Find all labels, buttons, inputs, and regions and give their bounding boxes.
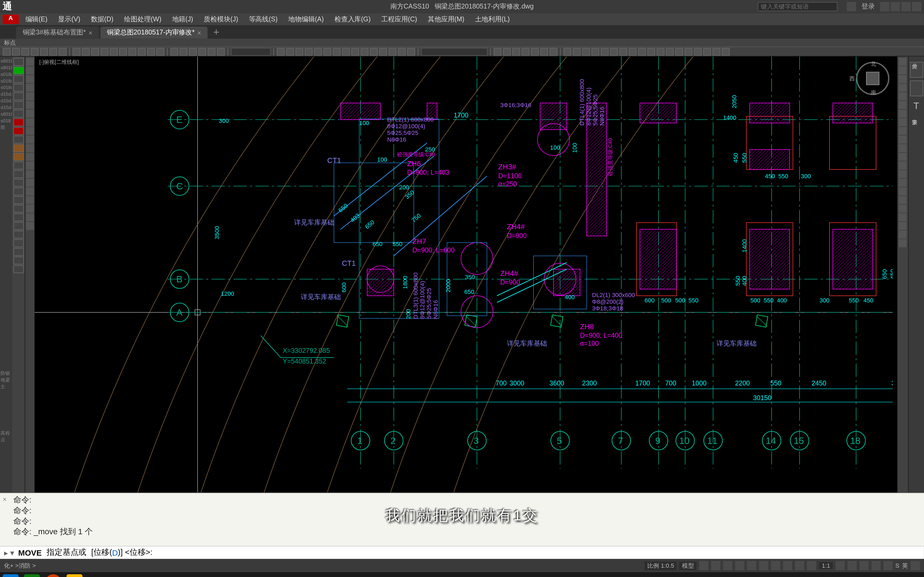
status-icon[interactable] — [783, 561, 793, 570]
menu-engineering[interactable]: 工程应用(C) — [376, 15, 422, 24]
tool-icon[interactable] — [628, 48, 636, 56]
acad-menu-icon[interactable]: A — [3, 15, 19, 24]
taskbar-record-icon[interactable] — [45, 574, 61, 577]
menu-edit[interactable]: 编辑(E) — [20, 15, 53, 24]
tool-icon[interactable] — [398, 48, 406, 56]
palette-sample[interactable] — [910, 81, 924, 97]
tool-icon[interactable] — [170, 48, 178, 56]
taskbar-word-icon[interactable] — [3, 574, 19, 577]
palette-item[interactable] — [13, 75, 24, 83]
draw-tool-icon[interactable] — [26, 110, 34, 118]
tool-icon[interactable] — [21, 48, 29, 56]
tool-icon[interactable] — [207, 48, 215, 56]
tool-icon[interactable] — [157, 48, 165, 56]
tool-icon[interactable] — [563, 48, 571, 56]
tab-close-icon[interactable]: × — [197, 29, 201, 36]
draw-tool-icon[interactable] — [26, 187, 34, 195]
modify-tool-icon[interactable] — [898, 205, 906, 213]
tool-icon[interactable] — [91, 48, 99, 56]
tool-icon[interactable] — [582, 48, 590, 56]
tool-icon[interactable] — [333, 48, 341, 56]
status-icon[interactable] — [807, 561, 817, 570]
modify-tool-icon[interactable] — [898, 162, 906, 169]
tool-icon[interactable] — [323, 48, 331, 56]
tool-icon[interactable] — [180, 48, 188, 56]
draw-tool-icon[interactable] — [26, 92, 34, 100]
palette-item[interactable] — [13, 230, 24, 239]
palette-item[interactable] — [13, 205, 24, 213]
palette-item[interactable] — [13, 248, 24, 256]
palette-item[interactable] — [13, 84, 24, 92]
minimize-icon[interactable] — [890, 2, 900, 11]
modify-tool-icon[interactable] — [898, 75, 906, 83]
palette-item[interactable] — [13, 144, 24, 152]
palette-item[interactable] — [13, 265, 24, 273]
draw-tool-icon[interactable] — [26, 153, 34, 161]
tool-icon[interactable] — [3, 48, 11, 56]
tool-icon[interactable] — [647, 48, 655, 56]
status-icon[interactable] — [848, 561, 857, 570]
status-icon[interactable] — [771, 561, 781, 570]
modify-tool-icon[interactable] — [898, 239, 906, 247]
modify-tool-icon[interactable] — [898, 118, 906, 126]
tool-icon[interactable] — [305, 48, 313, 56]
palette-item[interactable] — [13, 58, 24, 66]
draw-tool-icon[interactable] — [26, 162, 34, 169]
tool-icon[interactable] — [610, 48, 618, 56]
help-search-input[interactable] — [758, 2, 838, 11]
tool-icon[interactable] — [73, 48, 81, 56]
login-button[interactable]: 登录 — [858, 2, 879, 11]
tool-icon[interactable] — [531, 48, 539, 56]
status-icon[interactable] — [871, 561, 881, 570]
layer-name-dropdown[interactable] — [421, 48, 488, 56]
tool-icon[interactable] — [370, 48, 378, 56]
draw-tool-icon[interactable] — [26, 75, 34, 83]
tool-icon[interactable] — [82, 48, 90, 56]
palette-item[interactable] — [13, 196, 24, 204]
status-icon[interactable] — [795, 561, 804, 570]
modify-tool-icon[interactable] — [898, 84, 906, 92]
tool-icon[interactable] — [407, 48, 415, 56]
modify-tool-icon[interactable] — [898, 153, 906, 161]
modify-tool-icon[interactable] — [898, 196, 906, 204]
draw-tool-icon[interactable] — [26, 127, 34, 135]
tab-close-icon[interactable]: × — [89, 29, 92, 36]
tool-icon[interactable] — [217, 48, 225, 56]
tool-icon[interactable] — [128, 48, 136, 56]
tool-icon[interactable] — [31, 48, 39, 56]
tool-icon[interactable] — [657, 48, 665, 56]
tool-icon[interactable] — [694, 48, 702, 56]
tool-icon[interactable] — [619, 48, 627, 56]
tool-icon[interactable] — [314, 48, 322, 56]
menu-view[interactable]: 显示(V) — [53, 15, 86, 24]
tool-icon[interactable] — [591, 48, 599, 56]
menu-contour[interactable]: 等高线(S) — [244, 15, 283, 24]
tool-icon[interactable] — [379, 48, 387, 56]
tool-icon[interactable] — [388, 48, 396, 56]
draw-tool-icon[interactable] — [26, 66, 34, 74]
draw-tool-icon[interactable] — [26, 58, 34, 66]
ime-lang[interactable]: 英 — [902, 561, 908, 570]
exchange-icon[interactable] — [880, 2, 890, 11]
taskbar-folder-icon[interactable] — [66, 574, 82, 577]
draw-tool-icon[interactable] — [26, 144, 34, 152]
palette-item[interactable] — [13, 118, 24, 126]
palette-item[interactable] — [13, 213, 24, 221]
tool-icon[interactable] — [675, 48, 683, 56]
tool-icon[interactable] — [351, 48, 359, 56]
model-space-button[interactable]: 模型 — [679, 561, 697, 570]
palette-item[interactable] — [13, 170, 24, 178]
modify-tool-icon[interactable] — [898, 127, 906, 135]
palette-item[interactable] — [13, 222, 24, 230]
cmd-option[interactable]: D — [112, 548, 118, 557]
draw-tool-icon[interactable] — [26, 101, 34, 109]
tool-icon[interactable] — [722, 48, 730, 56]
palette-item[interactable] — [13, 127, 24, 135]
grid-toggle-icon[interactable] — [699, 561, 709, 570]
menu-draw[interactable]: 绘图处理(W) — [119, 15, 166, 24]
palette-item[interactable] — [13, 256, 24, 264]
modify-tool-icon[interactable] — [898, 58, 906, 66]
tool-icon[interactable] — [360, 48, 368, 56]
modify-tool-icon[interactable] — [898, 187, 906, 195]
modify-tool-icon[interactable] — [898, 136, 906, 144]
